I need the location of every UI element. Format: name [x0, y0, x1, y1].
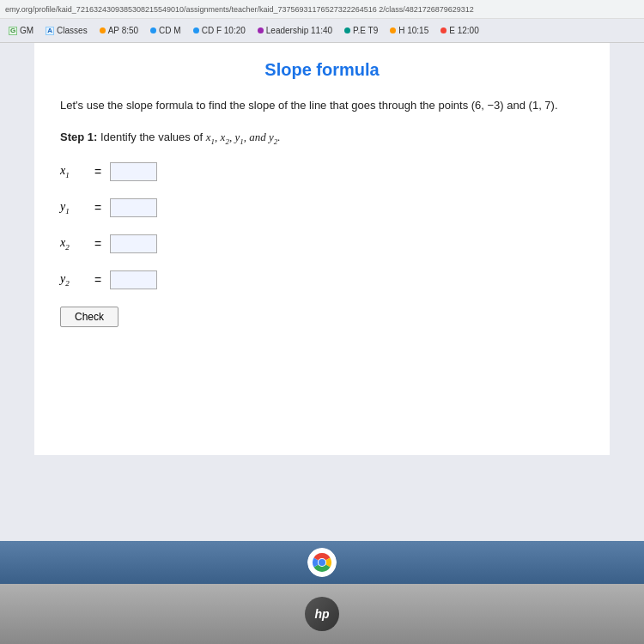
cdm-dot: [150, 27, 156, 33]
content-panel: Slope formula Let's use the slope formul…: [34, 43, 610, 455]
tab-gm-label: GM: [20, 26, 33, 35]
y1-input[interactable]: [110, 198, 157, 217]
laptop-bottom: hp: [0, 584, 644, 644]
svg-point-2: [319, 559, 325, 566]
tab-bar: G GM A Classes AP 8:50 CD M CD F 10:20 L…: [0, 19, 644, 43]
ap850-dot: [100, 27, 106, 33]
tab-pet9-label: P.E T9: [353, 26, 378, 35]
hp-text: hp: [314, 607, 329, 621]
tab-cdm-label: CD M: [159, 26, 181, 35]
x2-row: x2 =: [60, 234, 584, 253]
browser-url-bar: emy.org/profile/kaid_7216324309385308215…: [0, 0, 644, 19]
tab-ap850-label: AP 8:50: [108, 26, 138, 35]
tab-cdf1020[interactable]: CD F 10:20: [188, 24, 251, 37]
x1-equals: =: [94, 165, 101, 179]
h1015-dot: [390, 27, 396, 33]
gm-icon: G: [9, 27, 17, 35]
tab-classes[interactable]: A Classes: [40, 24, 93, 37]
tab-cdm[interactable]: CD M: [145, 24, 186, 37]
y2-row: y2 =: [60, 270, 584, 289]
x1-input[interactable]: [110, 162, 157, 181]
y1-row: y1 =: [60, 198, 584, 217]
x1-label: x1: [60, 164, 86, 179]
classes-icon: A: [46, 27, 54, 35]
step1-label: Step 1:: [60, 131, 97, 143]
check-button[interactable]: Check: [60, 307, 118, 327]
intro-text: Let's use the slope formula to find the …: [60, 97, 584, 115]
page-title: Slope formula: [60, 60, 584, 80]
step1-text: Step 1: Identify the values of x1, x2, y…: [60, 131, 584, 146]
step1-vars: x1, x2, y1, and y2.: [206, 131, 281, 143]
y2-label: y2: [60, 272, 86, 288]
tab-leadership[interactable]: Leadership 11:40: [252, 24, 337, 37]
tab-e1200-label: E 12:00: [449, 26, 478, 35]
y2-input[interactable]: [110, 270, 157, 289]
tab-classes-label: Classes: [57, 26, 88, 35]
check-button-container: Check: [60, 307, 584, 327]
x1-row: x1 =: [60, 162, 584, 181]
pet9-dot: [344, 27, 350, 33]
tab-cdf1020-label: CD F 10:20: [202, 26, 246, 35]
e1200-dot: [440, 27, 447, 33]
y1-equals: =: [94, 201, 101, 215]
leadership-dot: [258, 27, 264, 33]
hp-logo: hp: [305, 597, 339, 631]
tab-gm[interactable]: G GM: [3, 24, 39, 37]
tab-ap850[interactable]: AP 8:50: [94, 24, 143, 37]
main-content: Slope formula Let's use the slope formul…: [0, 43, 644, 541]
y1-label: y1: [60, 200, 86, 216]
cdf1020-dot: [193, 27, 199, 33]
tab-h1015[interactable]: H 10:15: [385, 24, 434, 37]
x2-label: x2: [60, 236, 86, 252]
y2-equals: =: [94, 273, 101, 287]
x2-equals: =: [94, 237, 101, 251]
tab-h1015-label: H 10:15: [398, 26, 428, 35]
tab-leadership-label: Leadership 11:40: [266, 26, 332, 35]
taskbar: [0, 541, 644, 584]
url-text: emy.org/profile/kaid_7216324309385308215…: [5, 5, 474, 14]
chrome-icon[interactable]: [307, 548, 337, 577]
tab-e1200[interactable]: E 12:00: [435, 24, 483, 37]
tab-pet9[interactable]: P.E T9: [339, 24, 383, 37]
x2-input[interactable]: [110, 234, 157, 253]
